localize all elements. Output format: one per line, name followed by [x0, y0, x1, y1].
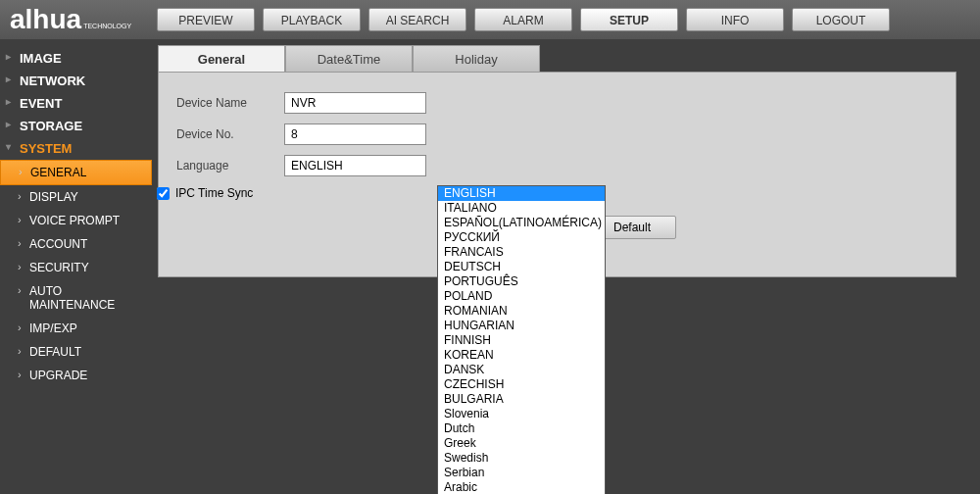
language-option[interactable]: HUNGARIAN	[438, 319, 605, 333]
language-option[interactable]: ENGLISH	[438, 186, 605, 201]
language-option[interactable]: DANSK	[438, 363, 605, 377]
sidebar-sub-account[interactable]: ACCOUNT	[0, 232, 152, 256]
nav-info[interactable]: INFO	[686, 8, 784, 31]
brand-sub: TECHNOLOGY	[83, 23, 131, 29]
language-option[interactable]: ITALIANO	[438, 201, 605, 216]
nav-preview[interactable]: PREVIEW	[157, 8, 255, 31]
sidebar-sub-default[interactable]: DEFAULT	[0, 340, 152, 364]
language-option[interactable]: POLAND	[438, 289, 605, 304]
ipc-sync-label: IPC Time Sync	[175, 186, 253, 200]
language-option[interactable]: ROMANIAN	[438, 304, 605, 319]
content-area: General Date&Time Holiday Device Name De…	[152, 39, 980, 494]
device-no-label: Device No.	[176, 127, 284, 141]
device-name-label: Device Name	[176, 96, 284, 110]
nav-setup[interactable]: SETUP	[580, 8, 678, 31]
tab-general[interactable]: General	[158, 45, 285, 73]
language-option[interactable]: Serbian	[438, 466, 605, 480]
language-option[interactable]: CZECHISH	[438, 377, 605, 392]
language-label: Language	[176, 159, 284, 173]
language-option[interactable]: Arabic	[438, 480, 605, 494]
header-bar: alhua TECHNOLOGY PREVIEW PLAYBACK AI SEA…	[0, 0, 980, 39]
language-option[interactable]: PORTUGUÊS	[438, 274, 605, 289]
language-option[interactable]: BULGARIA	[438, 392, 605, 407]
top-nav: PREVIEW PLAYBACK AI SEARCH ALARM SETUP I…	[157, 8, 890, 31]
device-no-input[interactable]	[284, 124, 426, 145]
language-option[interactable]: KOREAN	[438, 348, 605, 363]
sidebar-cat-storage[interactable]: STORAGE	[0, 115, 152, 137]
nav-playback[interactable]: PLAYBACK	[263, 8, 361, 31]
language-option[interactable]: ESPAÑOL(LATINOAMÉRICA)	[438, 216, 605, 230]
sidebar-sub-security[interactable]: SECURITY	[0, 256, 152, 279]
sidebar-sub-upgrade[interactable]: UPGRADE	[0, 364, 152, 387]
sidebar-sub-voice[interactable]: VOICE PROMPT	[0, 209, 152, 232]
language-option[interactable]: FRANCAIS	[438, 245, 605, 260]
language-dropdown[interactable]: ENGLISHITALIANOESPAÑOL(LATINOAMÉRICA)РУС…	[437, 185, 606, 494]
language-option[interactable]: РУССКИЙ	[438, 230, 605, 245]
nav-logout[interactable]: LOGOUT	[792, 8, 890, 31]
sidebar-cat-event[interactable]: EVENT	[0, 92, 152, 115]
ipc-sync-checkbox[interactable]	[157, 187, 170, 200]
nav-alarm[interactable]: ALARM	[474, 8, 572, 31]
tab-holiday[interactable]: Holiday	[413, 45, 540, 73]
nav-aisearch[interactable]: AI SEARCH	[368, 8, 466, 31]
device-name-input[interactable]	[284, 92, 426, 114]
language-option[interactable]: FINNISH	[438, 333, 605, 348]
language-option[interactable]: Greek	[438, 436, 605, 451]
sidebar-cat-system[interactable]: SYSTEM	[0, 137, 152, 160]
language-option[interactable]: Slovenia	[438, 407, 605, 421]
brand-logo: alhua TECHNOLOGY	[10, 4, 147, 35]
sidebar-sub-automaint[interactable]: AUTO MAINTENANCE	[0, 279, 152, 317]
sidebar: IMAGE NETWORK EVENT STORAGE SYSTEM GENER…	[0, 39, 152, 494]
language-option[interactable]: Swedish	[438, 451, 605, 466]
sidebar-sub-impexp[interactable]: IMP/EXP	[0, 317, 152, 340]
language-option[interactable]: DEUTSCH	[438, 260, 605, 274]
sidebar-sub-general[interactable]: GENERAL	[0, 160, 152, 185]
tab-bar: General Date&Time Holiday	[158, 45, 970, 73]
sidebar-sub-display[interactable]: DISPLAY	[0, 185, 152, 209]
sidebar-cat-image[interactable]: IMAGE	[0, 47, 152, 70]
brand-name: alhua	[10, 4, 81, 35]
sidebar-cat-network[interactable]: NETWORK	[0, 70, 152, 92]
language-select[interactable]	[284, 155, 426, 176]
language-option[interactable]: Dutch	[438, 421, 605, 436]
tab-datetime[interactable]: Date&Time	[285, 45, 413, 73]
